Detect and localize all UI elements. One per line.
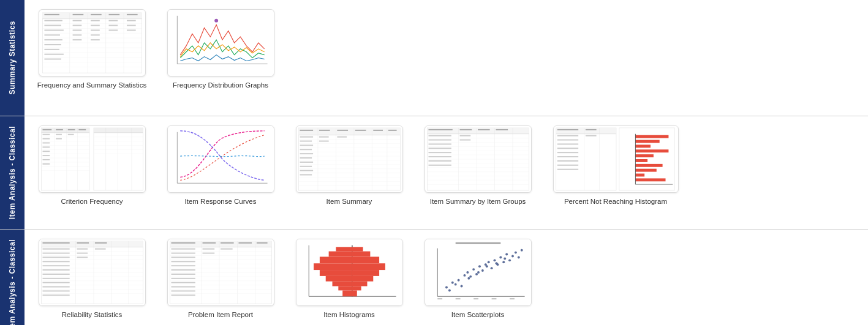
svg-rect-40 — [44, 39, 62, 40]
card-label-item-response: Item Response Curves — [185, 198, 257, 205]
svg-rect-135 — [300, 174, 312, 176]
svg-rect-26 — [126, 20, 135, 21]
svg-rect-85 — [42, 138, 50, 140]
item-analysis-label-container: Item Analysis - Classical — [0, 116, 25, 229]
svg-rect-274 — [171, 282, 195, 283]
svg-rect-122 — [388, 130, 396, 131]
card-label-reliability-stats: Reliability Statistics — [62, 311, 122, 318]
card-item-summary-groups[interactable]: Item Summary by Item Groups — [423, 125, 533, 205]
card-reliability-stats[interactable]: Reliability Statistics — [37, 239, 147, 318]
svg-rect-129 — [300, 149, 312, 150]
svg-rect-272 — [171, 274, 195, 275]
svg-rect-184 — [635, 169, 656, 172]
svg-rect-298 — [328, 252, 352, 257]
svg-rect-284 — [352, 282, 367, 286]
svg-rect-169 — [428, 165, 451, 166]
card-freq-summary[interactable]: Frequency and Summary Statistics — [37, 9, 147, 89]
card-label-freq-summary: Frequency and Summary Statistics — [37, 81, 146, 89]
svg-point-323 — [493, 259, 496, 261]
card-label-item-summary-groups: Item Summary by Item Groups — [430, 198, 526, 205]
svg-rect-283 — [352, 286, 361, 291]
svg-rect-198 — [557, 160, 578, 162]
svg-rect-301 — [455, 242, 500, 244]
card-item-summary[interactable]: Item Summary — [294, 125, 404, 205]
thumb-reliability-stats — [39, 239, 146, 306]
svg-point-311 — [457, 279, 459, 282]
svg-point-333 — [448, 289, 450, 291]
thumb-item-summary — [296, 125, 403, 193]
svg-rect-27 — [44, 25, 61, 26]
svg-rect-55 — [93, 128, 143, 133]
card-label-item-scatterplots: Item Scatterplots — [451, 311, 504, 318]
svg-rect-263 — [171, 248, 195, 250]
svg-rect-42 — [91, 39, 100, 40]
thumb-percent-not-reaching — [553, 125, 679, 193]
svg-rect-21 — [126, 14, 137, 15]
svg-rect-304 — [437, 298, 442, 299]
svg-rect-33 — [72, 29, 81, 31]
card-problem-item-report[interactable]: Problem Item Report — [165, 239, 276, 318]
thumb-item-summary-groups — [425, 125, 532, 193]
svg-rect-226 — [42, 253, 69, 254]
svg-rect-91 — [42, 159, 50, 160]
svg-rect-267 — [202, 253, 214, 254]
svg-rect-286 — [352, 270, 379, 276]
svg-rect-131 — [300, 157, 312, 159]
svg-point-315 — [469, 275, 472, 278]
svg-point-322 — [490, 267, 492, 269]
thumb-criterion-freq — [39, 125, 146, 193]
svg-rect-132 — [300, 162, 313, 163]
svg-rect-162 — [428, 140, 451, 141]
main-container: Summary Statistics — [0, 0, 868, 325]
card-item-histograms[interactable]: Item Histograms — [294, 239, 404, 318]
svg-point-331 — [517, 256, 519, 258]
svg-rect-291 — [342, 290, 352, 296]
svg-rect-193 — [557, 140, 578, 141]
card-item-response[interactable]: Item Response Curves — [165, 125, 276, 205]
svg-rect-159 — [496, 129, 508, 130]
svg-point-319 — [481, 269, 483, 272]
svg-rect-233 — [42, 274, 69, 275]
svg-point-313 — [463, 274, 466, 277]
svg-rect-25 — [108, 20, 118, 21]
svg-rect-290 — [352, 247, 363, 252]
svg-rect-138 — [427, 128, 529, 134]
svg-rect-282 — [352, 290, 357, 296]
svg-rect-306 — [474, 298, 478, 299]
reliability-label-container: Item Analysis - Classical — [0, 230, 25, 325]
svg-point-339 — [504, 257, 506, 260]
summary-statistics-content: Frequency and Summary Statistics — [25, 0, 868, 116]
svg-rect-88 — [42, 146, 50, 148]
svg-rect-133 — [300, 166, 312, 167]
svg-rect-180 — [635, 149, 668, 152]
svg-rect-17 — [44, 14, 59, 15]
svg-rect-84 — [67, 134, 74, 135]
thumb-freq-summary — [39, 9, 146, 77]
card-label-criterion-freq: Criterion Frequency — [61, 198, 123, 205]
svg-rect-265 — [221, 248, 233, 250]
reliability-section: Item Analysis - Classical — [0, 230, 868, 325]
svg-rect-221 — [77, 242, 89, 244]
svg-rect-271 — [171, 269, 195, 271]
card-percent-not-reaching[interactable]: Percent Not Reaching Histogram — [551, 125, 680, 205]
svg-rect-65 — [56, 129, 63, 130]
svg-rect-165 — [428, 148, 451, 149]
card-item-scatterplots[interactable]: Item Scatterplots — [423, 239, 533, 318]
svg-rect-98 — [298, 128, 400, 135]
svg-rect-167 — [428, 156, 451, 157]
svg-rect-45 — [44, 54, 63, 55]
svg-point-310 — [451, 282, 453, 284]
svg-rect-160 — [428, 135, 451, 136]
svg-rect-46 — [44, 59, 61, 60]
svg-rect-32 — [44, 29, 63, 31]
svg-rect-31 — [126, 25, 135, 26]
svg-point-327 — [505, 253, 508, 256]
svg-rect-20 — [108, 14, 119, 15]
svg-rect-125 — [337, 136, 347, 138]
svg-rect-199 — [557, 165, 578, 166]
card-freq-dist[interactable]: Frequency Distribution Graphs — [165, 9, 276, 89]
svg-rect-258 — [171, 242, 195, 244]
svg-rect-196 — [557, 152, 578, 153]
svg-rect-200 — [557, 169, 578, 170]
card-criterion-freq[interactable]: Criterion Frequency — [37, 125, 147, 205]
